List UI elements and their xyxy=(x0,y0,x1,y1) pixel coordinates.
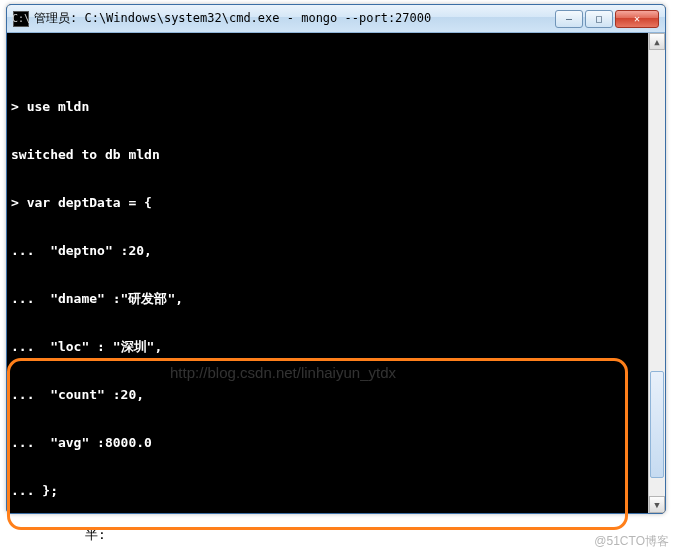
scroll-down-button[interactable]: ▼ xyxy=(649,496,665,513)
window-title: 管理员: C:\Windows\system32\cmd.exe - mongo… xyxy=(34,10,555,27)
terminal-content: > use mldn switched to db mldn > var dep… xyxy=(11,67,661,513)
cmd-window: C:\ 管理员: C:\Windows\system32\cmd.exe - m… xyxy=(6,4,666,514)
maximize-button[interactable]: □ xyxy=(585,10,613,28)
window-controls: — □ ✕ xyxy=(555,10,659,28)
terminal-line: ... "avg" :8000.0 xyxy=(11,435,643,451)
terminal-line: ... "loc" : "深圳", xyxy=(11,339,643,355)
close-button[interactable]: ✕ xyxy=(615,10,659,28)
terminal-line: ... "dname" :"研发部", xyxy=(11,291,643,307)
titlebar[interactable]: C:\ 管理员: C:\Windows\system32\cmd.exe - m… xyxy=(7,5,665,33)
minimize-button[interactable]: — xyxy=(555,10,583,28)
cto-watermark: @51CTO博客 xyxy=(594,533,669,550)
terminal-line: ... "deptno" :20, xyxy=(11,243,643,259)
vertical-scrollbar[interactable]: ▲ ▼ xyxy=(648,33,665,513)
terminal-line: > use mldn xyxy=(11,99,643,115)
terminal-line: ... }; xyxy=(11,483,643,499)
terminal-line: > var deptData = { xyxy=(11,195,643,211)
scroll-track[interactable] xyxy=(649,50,665,496)
scroll-up-button[interactable]: ▲ xyxy=(649,33,665,50)
cmd-icon: C:\ xyxy=(13,11,29,27)
terminal-client-area[interactable]: > use mldn switched to db mldn > var dep… xyxy=(7,33,665,513)
scroll-thumb[interactable] xyxy=(650,371,664,478)
terminal-line: switched to db mldn xyxy=(11,147,643,163)
footer-text: 半: xyxy=(85,526,106,544)
terminal-line: ... "count" :20, xyxy=(11,387,643,403)
